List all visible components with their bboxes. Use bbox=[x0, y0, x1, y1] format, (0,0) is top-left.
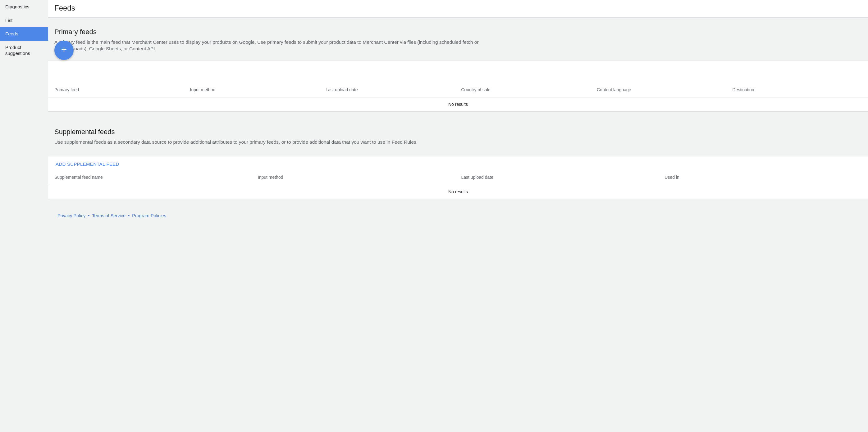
column-header: Supplemental feed name bbox=[51, 175, 255, 180]
primary-feeds-section: Primary feeds A primary feed is the main… bbox=[48, 18, 868, 52]
column-header: Used in bbox=[661, 175, 865, 180]
column-header: Input method bbox=[255, 175, 458, 180]
sidebar-item-list[interactable]: List bbox=[0, 14, 48, 27]
primary-feeds-title: Primary feeds bbox=[54, 28, 862, 36]
supplemental-feeds-section: Supplemental feeds Use supplemental feed… bbox=[48, 112, 868, 145]
column-header: Destination bbox=[730, 87, 865, 92]
column-header: Country of sale bbox=[458, 87, 594, 92]
terms-of-service-link[interactable]: Terms of Service bbox=[92, 213, 125, 218]
sidebar-item-product-suggestions[interactable]: Product suggestions bbox=[0, 41, 48, 60]
primary-feeds-table-card: Primary feed Input method Last upload da… bbox=[48, 60, 868, 112]
supplemental-feeds-title: Supplemental feeds bbox=[54, 128, 862, 136]
sidebar-item-label: List bbox=[5, 18, 12, 23]
column-header: Last upload date bbox=[458, 175, 662, 180]
sidebar-item-feeds[interactable]: Feeds bbox=[0, 27, 48, 41]
privacy-policy-link[interactable]: Privacy Policy bbox=[58, 213, 86, 218]
column-header: Last upload date bbox=[322, 87, 458, 92]
add-primary-feed-button[interactable] bbox=[54, 41, 74, 60]
sidebar: Diagnostics List Feeds Product suggestio… bbox=[0, 0, 48, 432]
page-header: Feeds bbox=[48, 0, 868, 18]
sidebar-item-label: Product suggestions bbox=[5, 45, 30, 56]
sidebar-item-diagnostics[interactable]: Diagnostics bbox=[0, 0, 48, 14]
supplemental-feeds-description: Use supplemental feeds as a secondary da… bbox=[54, 139, 489, 145]
column-header: Primary feed bbox=[51, 87, 187, 92]
sidebar-item-label: Diagnostics bbox=[5, 4, 30, 9]
supplemental-feeds-table-header: Supplemental feed name Input method Last… bbox=[48, 170, 868, 185]
program-policies-link[interactable]: Program Policies bbox=[132, 213, 166, 218]
footer: Privacy Policy • Terms of Service • Prog… bbox=[48, 199, 868, 224]
add-supplemental-feed-button[interactable]: ADD SUPPLEMENTAL FEED bbox=[56, 161, 119, 167]
primary-feeds-table-header: Primary feed Input method Last upload da… bbox=[48, 82, 868, 97]
column-header: Content language bbox=[594, 87, 730, 92]
page-title: Feeds bbox=[54, 4, 862, 12]
separator: • bbox=[128, 213, 129, 218]
primary-feeds-description: A primary feed is the main feed that Mer… bbox=[54, 39, 489, 52]
supplemental-feeds-no-results: No results bbox=[48, 185, 868, 199]
main-content: Feeds Primary feeds A primary feed is th… bbox=[48, 0, 868, 432]
column-header: Input method bbox=[187, 87, 323, 92]
separator: • bbox=[88, 213, 90, 218]
sidebar-item-label: Feeds bbox=[5, 31, 18, 36]
supplemental-feeds-table-card: ADD SUPPLEMENTAL FEED Supplemental feed … bbox=[48, 156, 868, 199]
primary-feeds-no-results: No results bbox=[48, 97, 868, 111]
plus-icon bbox=[60, 45, 68, 55]
